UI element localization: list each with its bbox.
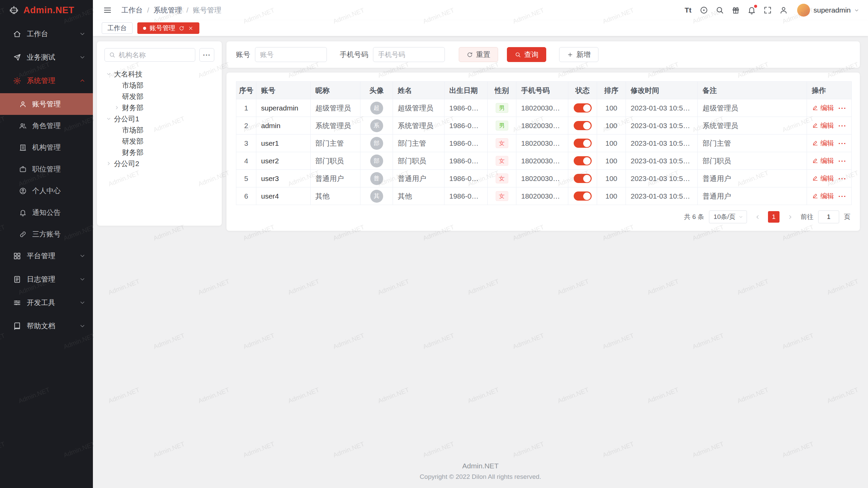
notification-badge [754, 5, 757, 8]
sidebar-subitem-notice[interactable]: 通知公告 [0, 202, 93, 223]
current-page-button[interactable]: 1 [768, 211, 780, 223]
status-toggle[interactable] [574, 191, 592, 201]
caret-glyph [106, 72, 111, 77]
cell-account: superadmin [256, 99, 311, 117]
table-row: 4user2部门职员部部门职员1986-06-28女18020030720100… [236, 152, 852, 170]
edit-button[interactable]: 编辑 [812, 121, 834, 130]
sidebar-item-help-docs[interactable]: 帮助文档 [0, 315, 93, 337]
tab-close-icon[interactable] [188, 25, 194, 31]
tree-node[interactable]: 研发部 [104, 91, 214, 102]
row-more-button[interactable]: ··· [839, 157, 847, 165]
sidebar-subitem-personal-center[interactable]: 个人中心 [0, 180, 93, 202]
gear-icon [13, 77, 21, 85]
sidebar-subitem-role-admin[interactable]: 角色管理 [0, 115, 93, 137]
font-size-icon[interactable]: Tt [682, 4, 694, 17]
tree-node[interactable]: 大名科技 [104, 68, 214, 80]
users-icon [19, 122, 27, 130]
sidebar-subitem-third-party-account[interactable]: 三方账号 [0, 223, 93, 245]
row-more-button[interactable]: ··· [839, 192, 847, 200]
edit-button[interactable]: 编辑 [812, 139, 834, 148]
breadcrumb-item[interactable]: 账号管理 [193, 5, 221, 15]
tree-node[interactable]: 市场部 [104, 80, 214, 91]
tree-node-label: 分公司1 [114, 114, 139, 124]
cell-remark: 部门主管 [698, 135, 807, 152]
reset-button[interactable]: 重置 [459, 47, 498, 62]
tab-refresh-icon[interactable] [179, 25, 184, 31]
edit-button[interactable]: 编辑 [812, 103, 834, 113]
prev-page-button[interactable] [752, 211, 763, 223]
org-search-input[interactable] [119, 51, 191, 59]
menu-collapse-icon[interactable] [101, 4, 114, 17]
sidebar-item-system-admin[interactable]: 系统管理 [0, 70, 93, 92]
sidebar-subitem-position-admin[interactable]: 职位管理 [0, 158, 93, 180]
row-more-button[interactable]: ··· [839, 104, 847, 112]
font-size-glyph: Tt [685, 6, 691, 14]
edit-icon [812, 175, 818, 182]
phone-filter-input[interactable] [373, 47, 445, 62]
tree-node[interactable]: 财务部 [104, 147, 214, 158]
sidebar-subitem-org-admin[interactable]: 机构管理 [0, 137, 93, 158]
notification-bell-icon[interactable] [745, 4, 758, 17]
edit-button[interactable]: 编辑 [812, 174, 834, 183]
circle-dot-icon[interactable] [697, 4, 710, 17]
tree-caret-down-icon[interactable] [104, 70, 113, 78]
status-toggle[interactable] [574, 174, 592, 183]
search-icon[interactable] [713, 4, 726, 17]
cell-status [568, 187, 597, 205]
tab-workbench[interactable]: 工作台 [102, 22, 133, 34]
status-toggle[interactable] [574, 121, 592, 130]
status-toggle[interactable] [574, 156, 592, 165]
username: superadmin [813, 6, 851, 14]
tab-bar: 工作台账号管理 [93, 20, 868, 36]
tree-caret-down-icon[interactable] [104, 115, 113, 123]
tree-node[interactable]: 分公司2 [104, 158, 214, 169]
edit-button[interactable]: 编辑 [812, 156, 834, 165]
sidebar-item-label: 工作台 [27, 29, 74, 39]
reset-label: 重置 [476, 50, 490, 59]
account-filter-input[interactable] [255, 47, 327, 62]
row-more-button[interactable]: ··· [839, 139, 847, 147]
tree-node[interactable]: 市场部 [104, 124, 214, 136]
goto-page-input[interactable] [818, 210, 839, 223]
sidebar-item-log-admin[interactable]: 日志管理 [0, 268, 93, 290]
cell-account: user4 [256, 187, 311, 205]
row-more-button[interactable]: ··· [839, 175, 847, 182]
row-avatar: 系 [370, 119, 383, 132]
user-menu[interactable]: superadmin [797, 4, 859, 17]
tab-account-admin[interactable]: 账号管理 [137, 22, 199, 34]
page-size-select[interactable]: 10条/页 [709, 210, 747, 223]
cell-gender: 女 [488, 187, 516, 205]
person-icon[interactable] [777, 4, 790, 17]
add-button[interactable]: 新增 [559, 47, 598, 62]
next-page-button[interactable] [784, 211, 796, 223]
plus-icon [567, 52, 573, 58]
toggle-knob [583, 192, 591, 200]
col-index: 序号 [236, 82, 256, 99]
status-toggle[interactable] [574, 103, 592, 113]
tree-caret-right-icon[interactable] [104, 160, 113, 168]
tree-node[interactable]: 研发部 [104, 136, 214, 147]
cell-index: 4 [236, 152, 256, 170]
tree-node[interactable]: 财务部 [104, 102, 214, 113]
sidebar-subitem-account-admin[interactable]: 账号管理 [0, 93, 93, 115]
sidebar-item-business-test[interactable]: 业务测试 [0, 46, 93, 68]
breadcrumb-item[interactable]: 工作台 [121, 5, 143, 15]
cell-birthdate: 1986-06-28 [445, 152, 488, 170]
fullscreen-icon[interactable] [761, 4, 774, 17]
breadcrumb-item[interactable]: 系统管理 [154, 5, 182, 15]
status-toggle[interactable] [574, 139, 592, 148]
tree-node[interactable]: 分公司1 [104, 113, 214, 124]
tree-more-button[interactable]: ··· [199, 48, 214, 62]
sidebar-subitem-label: 职位管理 [32, 164, 93, 174]
query-button[interactable]: 查询 [507, 47, 546, 62]
tree-caret-spacer [113, 126, 121, 134]
sidebar-item-dev-tools[interactable]: 开发工具 [0, 292, 93, 313]
row-more-button[interactable]: ··· [839, 122, 847, 129]
tree-caret-right-icon[interactable] [113, 104, 121, 112]
cell-name: 系统管理员 [393, 117, 445, 135]
sidebar-item-workbench[interactable]: 工作台 [0, 23, 93, 45]
edit-button[interactable]: 编辑 [812, 191, 834, 201]
sidebar-item-platform-admin[interactable]: 平台管理 [0, 245, 93, 267]
col-avatar: 头像 [360, 82, 393, 99]
theme-skin-icon[interactable] [729, 4, 742, 17]
